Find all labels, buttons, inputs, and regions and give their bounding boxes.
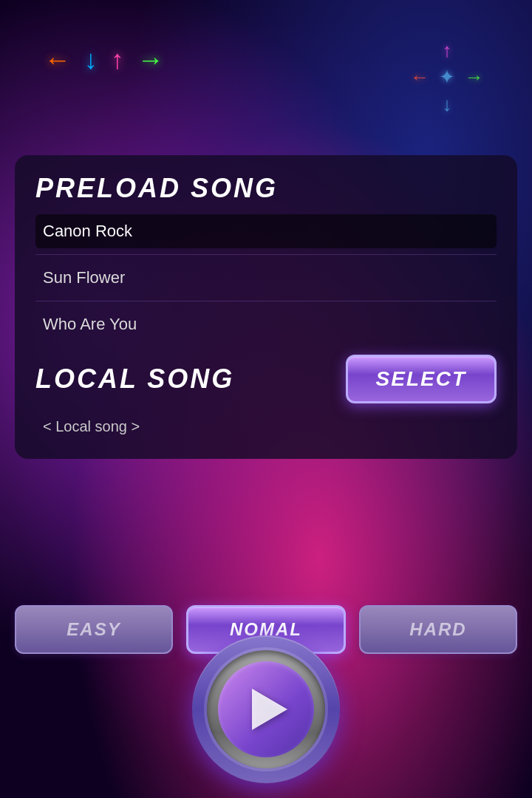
arrow-left-icon: ←	[44, 44, 71, 75]
main-panel: PRELOAD SONG Canon Rock Sun Flower Who A…	[15, 155, 517, 459]
arrow-up-icon: ↑	[111, 44, 124, 75]
play-button[interactable]	[192, 635, 340, 783]
song-item-sun-flower[interactable]: Sun Flower	[35, 261, 497, 295]
cluster-up-icon: ↑	[442, 39, 451, 62]
top-arrows-cluster: ↑ ← ✦ → ↓	[406, 37, 488, 118]
top-arrows-left: ← ↓ ↑ →	[44, 44, 164, 75]
difficulty-easy-button[interactable]: EASY	[15, 605, 173, 654]
arrow-down-icon: ↓	[84, 44, 98, 75]
song-name: Canon Rock	[43, 222, 132, 240]
play-icon-inner	[218, 661, 314, 757]
song-item-who-are-you[interactable]: Who Are You	[35, 307, 497, 341]
select-button[interactable]: SELECT	[346, 355, 497, 403]
song-name: Sun Flower	[43, 268, 125, 287]
song-name: Who Are You	[43, 315, 137, 333]
cluster-left-icon: ←	[410, 66, 429, 89]
difficulty-hard-button[interactable]: HARD	[359, 605, 517, 654]
play-outer-ring	[192, 635, 340, 783]
local-song-title: LOCAL SONG	[35, 364, 234, 395]
cluster-center-icon: ✦	[439, 66, 455, 89]
play-triangle-icon	[252, 689, 287, 730]
divider-2	[35, 301, 497, 301]
cluster-right-icon: →	[465, 66, 484, 89]
song-list: Canon Rock Sun Flower Who Are You	[35, 214, 497, 341]
local-song-placeholder: < Local song >	[35, 415, 497, 438]
song-item-canon-rock[interactable]: Canon Rock	[35, 214, 497, 248]
divider-1	[35, 254, 497, 255]
cluster-down-icon: ↓	[442, 93, 451, 116]
arrow-right-icon: →	[137, 44, 164, 75]
preload-title: PRELOAD SONG	[35, 173, 497, 204]
local-song-row: LOCAL SONG SELECT	[35, 355, 497, 403]
play-inner-ring	[207, 650, 325, 768]
